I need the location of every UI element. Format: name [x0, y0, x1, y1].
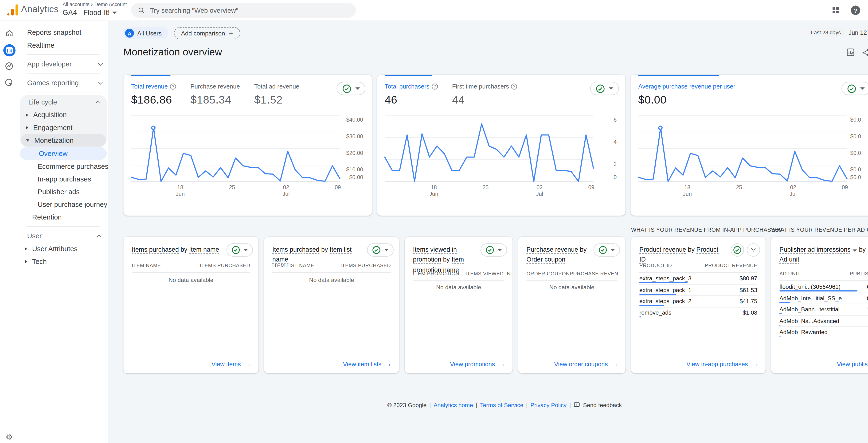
metric-tab-first-time-purchasers[interactable]: First time purchasers? 44 [452, 83, 517, 106]
collapse-arrow-icon[interactable] [26, 139, 29, 141]
view-promotions-link[interactable]: View promotions→ [450, 360, 505, 367]
share-icon[interactable] [861, 48, 868, 57]
sidebar-section-user[interactable]: User [19, 230, 108, 242]
metric-tab-total-revenue[interactable]: Total revenue? $186.86 [131, 83, 176, 106]
dimension-selector[interactable]: Ad unit [779, 257, 799, 264]
chart-plot[interactable] [131, 115, 340, 181]
data-quality-menu[interactable] [480, 243, 507, 257]
column-header[interactable]: PUBLISHER AD IM... [850, 271, 868, 277]
metric-selector[interactable]: Items purchased [132, 246, 179, 254]
date-range-picker[interactable]: Last 28 days Jun 12 - Jul 9, 20 [808, 28, 868, 36]
table-row[interactable]: floodit_uni...(30564961)63 [779, 281, 868, 293]
column-header[interactable]: AD UNIT [779, 271, 801, 277]
view-in-app-purchases-link[interactable]: View in-app purchases→ [686, 360, 758, 367]
segment-chip-all-users[interactable]: A All Users [123, 27, 168, 39]
sidebar-item-user-attributes[interactable]: User Attributes [19, 242, 108, 255]
add-comparison-button[interactable]: Add comparison + [174, 27, 240, 39]
metric-tab-total-ad-revenue[interactable]: Total ad revenue $1.52 [254, 83, 299, 106]
sidebar-section-life-cycle[interactable]: Life cycle [20, 96, 107, 108]
column-header[interactable]: ITEM PROMOTION ... [413, 271, 465, 277]
column-header[interactable]: ITEMS PURCHASED [340, 263, 391, 268]
send-feedback-link[interactable]: Send feedback [583, 402, 622, 408]
info-icon[interactable]: ? [432, 83, 438, 90]
column-header[interactable]: PRODUCT ID [639, 263, 672, 268]
data-quality-menu[interactable] [337, 82, 365, 95]
metric-selector[interactable]: Publisher ad impressions [779, 246, 850, 254]
metric-selector[interactable]: Items purchased [272, 246, 319, 254]
view-items-link[interactable]: View items→ [212, 360, 251, 367]
apps-grid-icon[interactable] [832, 6, 840, 14]
dimension-selector[interactable]: Order coupon [526, 257, 565, 264]
table-row[interactable]: extra_steps_pack_2$41.75 [639, 296, 757, 307]
expand-arrow-icon[interactable] [26, 126, 28, 129]
chart-plot[interactable] [385, 115, 593, 181]
column-header[interactable]: ITEMS VIEWED IN ... [465, 271, 517, 277]
privacy-policy-link[interactable]: Privacy Policy [530, 402, 566, 408]
home-icon[interactable] [0, 29, 18, 38]
sidebar-item-acquisition[interactable]: Acquisition [20, 108, 107, 121]
data-quality-button[interactable] [731, 243, 744, 257]
table-row[interactable]: extra_steps_pack_1$61.53 [639, 284, 757, 296]
customize-report-icon[interactable] [846, 48, 855, 57]
table-row[interactable]: AdMob_Na...Advanced [779, 315, 868, 327]
view-publisher-ads-link[interactable]: View publisher ads→ [837, 360, 868, 367]
analytics-logo-icon[interactable] [7, 4, 18, 15]
sidebar-item-tech[interactable]: Tech [19, 255, 108, 268]
sidebar-item-user-purchase-journey[interactable]: User purchase journey [19, 198, 108, 211]
column-header[interactable]: PURCHASE REVEN... [569, 271, 623, 277]
explore-icon[interactable] [0, 62, 18, 71]
table-row[interactable]: AdMob_Rewarded [779, 327, 868, 338]
metric-selector[interactable]: Purchase revenue [526, 246, 578, 254]
sidebar-item-realtime[interactable]: Realtime [19, 39, 108, 52]
column-header[interactable]: ITEM NAME [132, 263, 161, 268]
sidebar-item-retention[interactable]: Retention [19, 211, 108, 224]
column-header[interactable]: ITEMS PURCHASED [200, 263, 250, 268]
view-item-lists-link[interactable]: View item lists→ [343, 360, 392, 367]
info-icon[interactable]: ? [170, 83, 176, 90]
info-icon[interactable]: ? [511, 83, 517, 90]
terms-of-service-link[interactable]: Terms of Service [480, 402, 523, 408]
advertising-icon[interactable] [0, 78, 18, 87]
table-row[interactable]: AdMob_Bann...terstitial1 [779, 304, 868, 315]
reports-icon[interactable] [0, 44, 18, 56]
sidebar-item-engagement[interactable]: Engagement [20, 121, 107, 134]
data-quality-menu[interactable] [590, 82, 619, 95]
metric-selector[interactable]: Product revenue [639, 246, 686, 254]
metric-tab-total-purchasers[interactable]: Total purchasers? 46 [385, 83, 438, 106]
search-input[interactable] [150, 6, 349, 14]
property-selector[interactable]: GA4 - Flood-It! [62, 9, 127, 16]
help-icon[interactable]: ? [851, 6, 860, 15]
breadcrumb-demo-account[interactable]: Demo Account [94, 2, 127, 7]
view-order-coupons-link[interactable]: View order coupons→ [554, 360, 618, 367]
sidebar-item-ecommerce-purchases[interactable]: Ecommerce purchases [19, 160, 108, 173]
breadcrumb-all-accounts[interactable]: All accounts [62, 2, 89, 7]
expand-arrow-icon[interactable] [25, 247, 27, 250]
settings-gear-icon[interactable]: ⚙ [0, 433, 18, 441]
data-quality-menu[interactable] [593, 243, 620, 257]
expand-arrow-icon[interactable] [26, 113, 28, 116]
sidebar-item-in-app-purchases[interactable]: In-app purchases [19, 173, 108, 185]
sidebar-item-overview-selected[interactable]: Overview [20, 147, 107, 160]
metric-tab-purchase-revenue[interactable]: Purchase revenue $185.34 [191, 83, 240, 106]
data-quality-menu[interactable] [367, 243, 394, 257]
expand-arrow-icon[interactable] [25, 260, 27, 263]
dimension-selector[interactable]: Item name [189, 246, 219, 254]
analytics-home-link[interactable]: Analytics home [434, 402, 473, 408]
sidebar-item-monetization[interactable]: Monetization [21, 134, 106, 146]
table-row[interactable]: AdMob_Inte...itial_SS_e8 [779, 293, 868, 304]
data-quality-menu[interactable] [841, 82, 868, 95]
chart-plot[interactable] [638, 115, 847, 181]
table-row[interactable]: extra_steps_pack_3$80.97 [639, 273, 757, 284]
sidebar-item-publisher-ads[interactable]: Publisher ads [19, 185, 108, 198]
table-row[interactable]: remove_ads$1.08 [639, 307, 757, 318]
sidebar-section-app-developer[interactable]: App developer [19, 58, 108, 70]
column-header[interactable]: ORDER COUPON [526, 271, 569, 277]
data-quality-menu[interactable] [226, 243, 253, 257]
column-header[interactable]: PRODUCT REVENUE [705, 263, 757, 268]
sidebar-section-games-reporting[interactable]: Games reporting [19, 76, 108, 89]
metric-tab-avg-purchase-revenue-per-user[interactable]: Average purchase revenue per user $0.00 [638, 83, 735, 106]
sidebar-item-reports-snapshot[interactable]: Reports snapshot [19, 26, 108, 39]
search-bar[interactable] [131, 3, 356, 18]
column-header[interactable]: ITEM LIST NAME [272, 263, 314, 268]
filter-button[interactable] [747, 243, 760, 257]
